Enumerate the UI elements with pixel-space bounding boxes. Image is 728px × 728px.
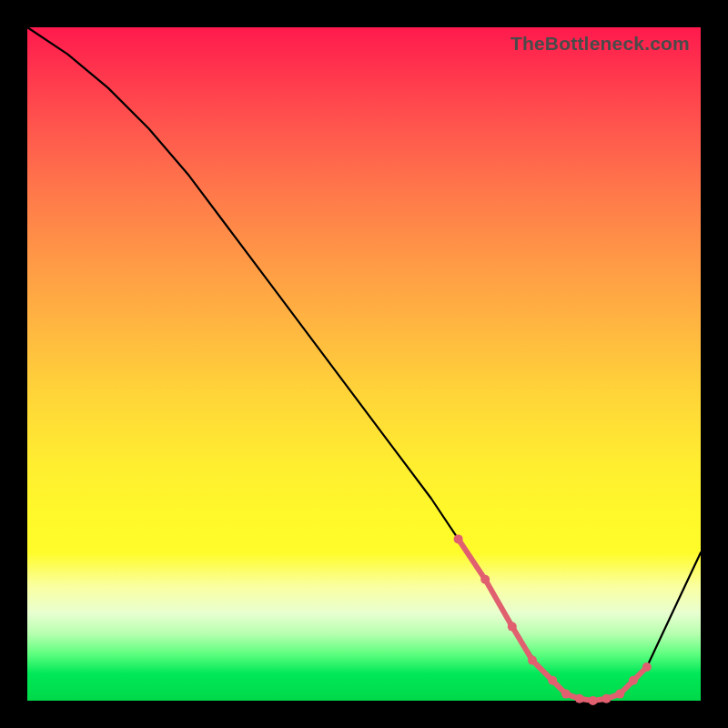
optimal-range-dot	[615, 690, 624, 699]
optimal-range-dot	[508, 622, 517, 632]
optimal-range-dot	[589, 696, 598, 705]
optimal-range-dot	[548, 676, 557, 685]
optimal-range-dot	[528, 656, 537, 665]
bottleneck-curve	[27, 27, 701, 701]
optimal-range-dot	[480, 575, 490, 584]
optimal-range-dot	[602, 694, 611, 703]
optimal-range-dot	[561, 690, 571, 699]
optimal-range-dots	[454, 534, 652, 705]
plot-area: TheBottleneck.com	[27, 27, 701, 701]
optimal-range-dot	[629, 676, 638, 685]
curve-svg	[27, 27, 701, 701]
optimal-range-dot	[575, 694, 584, 703]
optimal-range-dot	[454, 534, 463, 543]
optimal-range-dot	[642, 662, 652, 672]
chart-container: TheBottleneck.com	[0, 0, 728, 728]
